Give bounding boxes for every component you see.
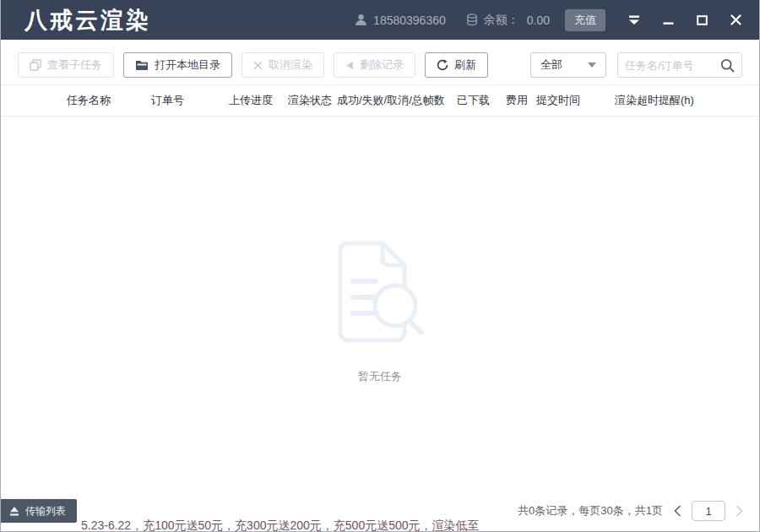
empty-state: 暂无任务 <box>1 239 759 384</box>
view-subtask-label: 查看子任务 <box>47 57 102 73</box>
folder-icon <box>135 60 149 71</box>
transfer-list-button[interactable]: 传输列表 <box>1 499 77 523</box>
maximize-icon[interactable] <box>695 14 708 27</box>
refresh-label: 刷新 <box>454 57 476 73</box>
app-window: 八戒云渲染 18580396360 余额： 0.00 充值 <box>0 0 760 532</box>
titlebar: 八戒云渲染 18580396360 余额： 0.00 充值 <box>1 0 759 40</box>
promo-marquee: 5.23-6.22，充100元送50元，充300元送200元，充500元送500… <box>81 517 480 532</box>
view-subtask-button[interactable]: 查看子任务 <box>18 52 114 78</box>
chevron-down-icon <box>588 62 596 68</box>
cancel-x-icon <box>253 61 263 70</box>
minimize-to-tray-icon[interactable] <box>627 14 641 27</box>
column-order-id: 订单号 <box>151 93 184 108</box>
record-summary: 共0条记录，每页30条，共1页 <box>518 503 663 518</box>
cancel-render-label: 取消渲染 <box>269 57 312 73</box>
column-task-name: 任务名称 <box>67 93 111 108</box>
toolbar: 查看子任务 打开本地目录 取消渲染 删除记录 刷新 <box>1 40 759 84</box>
pagination: 共0条记录，每页30条，共1页 1 <box>518 501 744 521</box>
app-logo: 八戒云渲染 <box>24 5 151 35</box>
refresh-icon <box>437 59 448 71</box>
column-submit-time: 提交时间 <box>536 93 580 108</box>
open-local-dir-label: 打开本地目录 <box>155 57 220 73</box>
status-filter-value: 全部 <box>540 57 562 73</box>
transfer-list-label: 传输列表 <box>25 504 66 518</box>
delete-icon <box>345 61 354 70</box>
table-header: 任务名称 订单号 上传进度 渲染状态 成功/失败/取消/总帧数 已下载 费用 提… <box>1 84 759 117</box>
titlebar-right: 18580396360 余额： 0.00 充值 <box>355 9 742 31</box>
next-page-icon[interactable] <box>736 505 744 517</box>
search-box <box>617 52 742 78</box>
coins-icon <box>466 14 478 26</box>
delete-record-button[interactable]: 删除记录 <box>334 52 415 78</box>
open-local-dir-button[interactable]: 打开本地目录 <box>123 52 232 78</box>
delete-record-label: 删除记录 <box>360 57 404 73</box>
search-input[interactable] <box>625 59 720 72</box>
cancel-render-button[interactable]: 取消渲染 <box>242 52 324 78</box>
status-filter-dropdown[interactable]: 全部 <box>530 52 606 78</box>
user-icon <box>355 14 367 26</box>
account-info: 18580396360 <box>355 14 446 27</box>
empty-document-search-icon <box>330 239 430 349</box>
balance-info: 余额： 0.00 <box>466 13 550 28</box>
page-number-box[interactable]: 1 <box>692 501 725 521</box>
balance-label: 余额： <box>484 13 519 28</box>
account-number: 18580396360 <box>373 14 446 27</box>
balance-value: 0.00 <box>527 14 550 27</box>
subtask-windows-icon <box>30 59 41 71</box>
column-render-timeout: 渲染超时提醒(h) <box>615 93 694 108</box>
window-controls <box>627 14 742 27</box>
eject-upload-icon <box>9 506 19 517</box>
column-cost: 费用 <box>506 93 528 108</box>
empty-state-text: 暂无任务 <box>1 369 759 384</box>
toolbar-right: 全部 <box>530 52 742 78</box>
refresh-button[interactable]: 刷新 <box>425 52 488 78</box>
column-frame-counts: 成功/失败/取消/总帧数 <box>337 93 445 108</box>
column-upload-progress: 上传进度 <box>229 93 273 108</box>
prev-page-icon[interactable] <box>673 505 681 517</box>
column-downloaded: 已下载 <box>457 93 490 108</box>
minimize-icon[interactable] <box>661 14 675 27</box>
recharge-button[interactable]: 充值 <box>565 9 605 31</box>
search-icon[interactable] <box>720 58 735 73</box>
column-render-status: 渲染状态 <box>288 93 332 108</box>
close-icon[interactable] <box>729 14 742 27</box>
